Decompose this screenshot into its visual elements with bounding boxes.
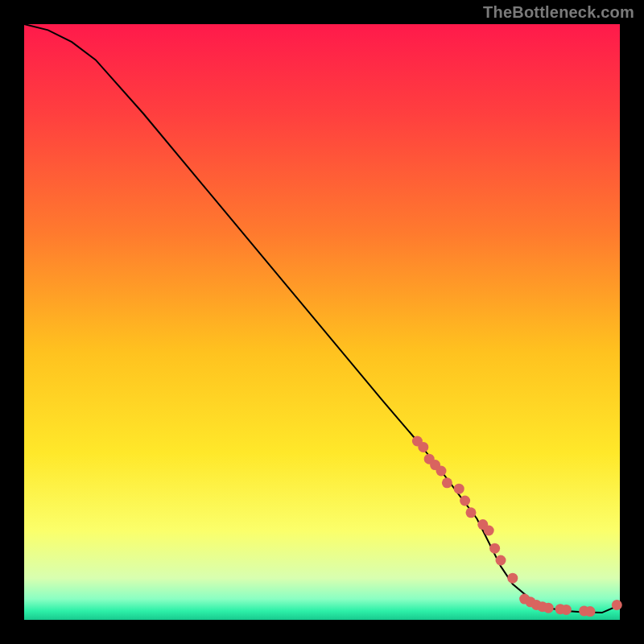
chart-stage: TheBottleneck.com (0, 0, 644, 644)
sample-point (507, 573, 518, 584)
sample-point (418, 442, 428, 452)
sample-point (489, 543, 500, 554)
watermark-text: TheBottleneck.com (483, 3, 634, 22)
sample-point (612, 600, 622, 610)
sample-point (460, 496, 470, 506)
sample-point (543, 603, 554, 613)
sample-point (484, 526, 494, 536)
plot-background (24, 24, 620, 620)
sample-point (436, 466, 447, 477)
sample-point (561, 605, 572, 615)
sample-point (466, 507, 477, 518)
sample-point (496, 555, 506, 566)
sample-point (585, 606, 596, 617)
sample-point (442, 477, 452, 488)
bottleneck-chart (0, 0, 644, 644)
sample-point (454, 484, 464, 494)
